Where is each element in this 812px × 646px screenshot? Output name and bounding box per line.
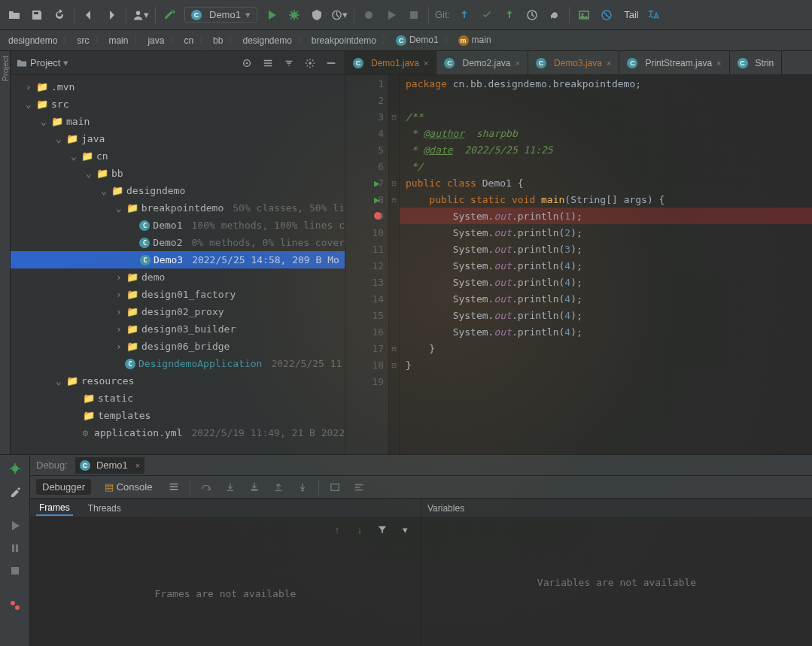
image-icon[interactable] xyxy=(576,7,592,23)
code-line[interactable]: * @date 2022/5/25 11:25 xyxy=(400,141,812,158)
breadcrumb-item[interactable]: cn xyxy=(181,35,196,46)
code-line[interactable]: System.out.println(4); xyxy=(400,274,812,290)
code-line[interactable]: public class Demo1 { xyxy=(400,174,812,191)
tree-package-design03[interactable]: ›📁design03_builder xyxy=(11,320,345,338)
locate-icon[interactable] xyxy=(239,56,254,71)
editor-tab[interactable]: CDemo2.java× xyxy=(436,51,528,74)
editor-tab[interactable]: CStrin xyxy=(730,51,783,74)
run-gutter-icon[interactable]: ▶ xyxy=(374,194,380,205)
collapse-all-icon[interactable] xyxy=(281,56,297,71)
hide-icon[interactable] xyxy=(324,56,339,71)
tree-folder-static[interactable]: 📁static xyxy=(11,390,345,407)
close-icon[interactable]: × xyxy=(607,59,611,68)
code-line[interactable]: * @author sharpbb xyxy=(400,125,812,141)
project-view-selector[interactable]: Project ▾ xyxy=(17,57,68,68)
tree-class-app[interactable]: CDesigndemoApplication2022/5/25 11 xyxy=(11,355,345,372)
git-history-icon[interactable] xyxy=(524,7,540,23)
breadcrumb-item[interactable]: designdemo xyxy=(240,35,293,46)
more-icon[interactable]: ▾ xyxy=(397,521,413,538)
refresh-icon[interactable] xyxy=(51,7,68,23)
user-icon[interactable]: ▾ xyxy=(132,7,149,23)
tree-class-demo1[interactable]: CDemo1100% methods, 100% lines c xyxy=(11,217,345,234)
code-body[interactable]: package cn.bb.designdemo.breakpointdemo;… xyxy=(400,75,812,454)
code-line[interactable] xyxy=(400,373,812,390)
frames-tab[interactable]: Frames xyxy=(36,501,73,516)
line-number[interactable]: 7▶ xyxy=(345,174,388,191)
line-number[interactable]: 19 xyxy=(345,373,388,390)
evaluate-icon[interactable] xyxy=(327,479,343,496)
step-into-icon[interactable] xyxy=(222,479,239,496)
breadcrumb-class[interactable]: CDemo1 xyxy=(394,35,441,46)
tree-package-cn[interactable]: ⌄📁cn xyxy=(11,147,345,165)
code-line[interactable] xyxy=(400,92,812,108)
tree-folder-mvn[interactable]: ›📁.mvn xyxy=(11,78,345,96)
threads-icon[interactable] xyxy=(166,479,182,496)
code-line[interactable]: System.out.println(4); xyxy=(400,307,812,323)
line-number[interactable]: 11 xyxy=(345,241,388,257)
line-number[interactable]: 10 xyxy=(345,224,388,241)
editor-tab[interactable]: CDemo3.java× xyxy=(528,51,619,74)
step-out-icon[interactable] xyxy=(270,479,287,496)
next-frame-icon[interactable]: ↓ xyxy=(351,521,368,538)
code-line[interactable]: package cn.bb.designdemo.breakpointdemo; xyxy=(400,75,812,92)
git-push-icon[interactable] xyxy=(501,7,518,23)
prev-frame-icon[interactable]: ↑ xyxy=(329,521,345,538)
build-icon[interactable] xyxy=(162,7,178,23)
line-number[interactable]: 1 xyxy=(345,75,388,92)
force-step-into-icon[interactable] xyxy=(246,479,263,496)
code-line[interactable]: } xyxy=(400,340,812,356)
tree-package-design01[interactable]: ›📁design01_factory xyxy=(11,286,345,303)
line-number[interactable]: 6 xyxy=(345,158,388,174)
tree-folder-java[interactable]: ⌄📁java xyxy=(11,130,345,147)
tree-package-design02[interactable]: ›📁design02_proxy xyxy=(11,303,345,320)
translate-icon[interactable] xyxy=(645,7,661,23)
fold-end-icon[interactable]: ⊟ xyxy=(389,340,399,356)
trace-icon[interactable] xyxy=(351,479,367,496)
tree-folder-templates[interactable]: 📁templates xyxy=(11,407,345,424)
code-line[interactable]: System.out.println(1); xyxy=(400,208,812,224)
console-tab[interactable]: ▤ Console xyxy=(99,479,158,495)
breadcrumb-item[interactable]: java xyxy=(145,35,166,46)
save-icon[interactable] xyxy=(29,7,45,23)
breadcrumb-item[interactable]: src xyxy=(75,35,91,46)
project-tool-button[interactable]: Project xyxy=(1,56,10,81)
run-icon[interactable] xyxy=(263,7,280,23)
code-line[interactable]: public static void main(String[] args) { xyxy=(400,191,812,208)
line-number[interactable]: 3 xyxy=(345,108,388,125)
git-rollback-icon[interactable] xyxy=(546,7,563,23)
step-over-icon[interactable] xyxy=(198,479,214,496)
fold-end-icon[interactable]: ⊟ xyxy=(389,356,399,373)
tree-class-demo3[interactable]: CDemo32022/5/25 14:58, 209 B Mo xyxy=(11,251,345,268)
fold-gutter[interactable]: ⊟ ⊟ ⊟ ⊟ ⊟ xyxy=(389,75,400,454)
project-tree[interactable]: ›📁.mvn ⌄📁src ⌄📁main ⌄📁java ⌄📁cn ⌄📁bb ⌄📁d… xyxy=(11,75,345,454)
tree-class-demo2[interactable]: CDemo20% methods, 0% lines cover xyxy=(11,234,345,251)
run-gutter-icon[interactable]: ▶ xyxy=(374,177,380,189)
line-number[interactable]: 16 xyxy=(345,323,388,340)
run2-icon[interactable] xyxy=(383,7,400,23)
pause-icon[interactable] xyxy=(6,539,24,557)
code-line[interactable]: System.out.println(4); xyxy=(400,323,812,340)
tree-folder-resources[interactable]: ⌄📁resources xyxy=(11,372,345,390)
tree-folder-src[interactable]: ⌄📁src xyxy=(11,96,345,113)
tree-package-designdemo[interactable]: ⌄📁designdemo xyxy=(11,182,345,199)
run-to-cursor-icon[interactable] xyxy=(294,479,311,496)
fold-icon[interactable]: ⊟ xyxy=(389,174,399,191)
code-line[interactable]: System.out.println(4); xyxy=(400,257,812,274)
editor-tab[interactable]: CDemo1.java× xyxy=(345,51,436,74)
resume-icon[interactable] xyxy=(6,517,24,535)
code-line[interactable]: */ xyxy=(400,158,812,174)
tree-package-breakpointdemo[interactable]: ⌄📁breakpointdemo50% classes, 50% li xyxy=(11,199,345,217)
disable-icon[interactable] xyxy=(598,7,615,23)
back-icon[interactable] xyxy=(81,7,97,23)
close-icon[interactable]: × xyxy=(424,59,428,68)
line-number[interactable]: 15 xyxy=(345,307,388,323)
run-config-selector[interactable]: C Demo1 ▾ xyxy=(184,7,257,23)
line-number[interactable]: 5 xyxy=(345,141,388,158)
breadcrumb-item[interactable]: breakpointdemo xyxy=(309,35,379,46)
code-line[interactable]: System.out.println(4); xyxy=(400,290,812,307)
git-commit-icon[interactable] xyxy=(479,7,495,23)
code-line[interactable]: System.out.println(3); xyxy=(400,241,812,257)
git-update-icon[interactable] xyxy=(456,7,473,23)
breadcrumb-item[interactable]: main xyxy=(106,35,130,46)
open-icon[interactable] xyxy=(6,7,23,23)
